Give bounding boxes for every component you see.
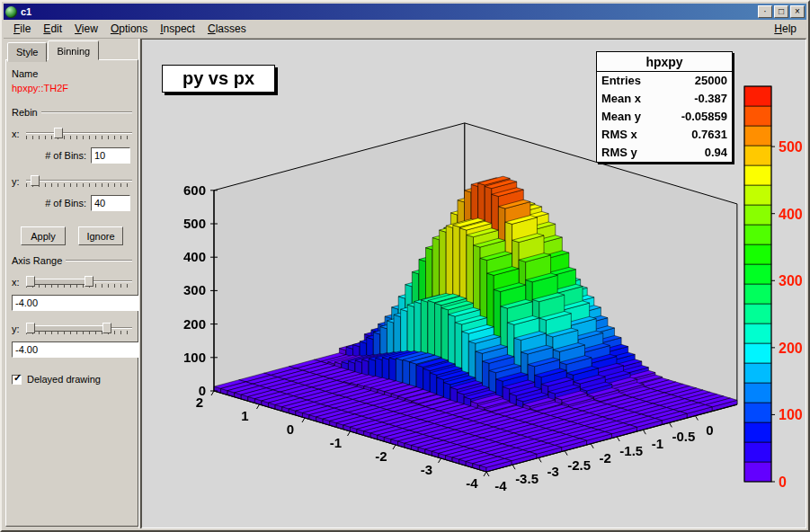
histogram-title: py vs px (182, 68, 254, 89)
stats-row: RMS y0.94 (597, 144, 732, 162)
y-bins-field[interactable] (91, 195, 130, 211)
slider-thumb[interactable] (54, 128, 63, 138)
menu-edit[interactable]: Edit (37, 21, 68, 37)
window-title: c1 (21, 6, 754, 17)
slider-track (26, 132, 132, 134)
stats-box: hpxpy Entries25000 Mean x-0.387 Mean y-0… (596, 51, 733, 163)
maximize-button[interactable]: □ (774, 5, 788, 18)
histogram-title-box: py vs px (162, 65, 275, 93)
delayed-drawing-checkbox[interactable]: ✓ (12, 375, 22, 385)
ignore-button[interactable]: Ignore (78, 226, 123, 245)
x-bins-label: # of Bins: (45, 150, 86, 161)
rebin-x-slider[interactable] (26, 126, 132, 142)
stats-row: RMS x0.7631 (597, 126, 732, 144)
slider-range[interactable] (26, 325, 104, 332)
menu-help[interactable]: Help (768, 21, 803, 37)
titlebar[interactable]: c1 · □ × (4, 4, 806, 20)
root-canvas-window: c1 · □ × File Edit View Options Inspect … (0, 0, 810, 532)
tab-style[interactable]: Style (7, 42, 47, 62)
range-x-slider[interactable] (26, 274, 132, 290)
y-min-field[interactable] (12, 341, 147, 358)
slider-track (26, 180, 132, 182)
iconify-button[interactable]: · (758, 5, 772, 18)
slider-ticks (26, 183, 132, 187)
slider-ticks (26, 136, 132, 139)
editor-tabs: Style Binning (5, 40, 138, 60)
range-y-label: y: (12, 324, 22, 334)
rebin-y-slider[interactable] (26, 173, 132, 190)
stats-row: Entries25000 (597, 72, 732, 90)
x-min-field[interactable] (12, 295, 147, 311)
check-icon: ✓ (13, 372, 22, 384)
object-name: hpxpy::TH2F (12, 83, 132, 93)
y-bins-label: # of Bins: (45, 198, 86, 208)
name-label: Name (12, 68, 132, 79)
close-button[interactable]: × (790, 5, 805, 18)
stats-title: hpxpy (597, 52, 732, 72)
rebin-x-label: x: (12, 129, 22, 139)
tab-binning[interactable]: Binning (48, 40, 99, 60)
range-y-slider[interactable] (26, 321, 132, 337)
menu-options[interactable]: Options (104, 21, 154, 37)
x-bins-field[interactable] (91, 147, 130, 164)
slider-range[interactable] (26, 279, 86, 285)
stats-row: Mean x-0.387 (597, 90, 732, 108)
rebin-y-label: y: (12, 176, 22, 187)
separator-line (41, 111, 132, 113)
slider-thumb-max[interactable] (102, 323, 111, 333)
window-icon[interactable] (5, 6, 17, 18)
menu-inspect[interactable]: Inspect (154, 21, 201, 37)
main-area: Style Binning Name hpxpy::TH2F Rebin x: (4, 39, 806, 528)
stats-row: Mean y-0.05859 (597, 108, 732, 126)
range-x-label: x: (12, 277, 22, 288)
titlebar-buttons: · □ × (758, 5, 805, 18)
apply-button[interactable]: Apply (21, 226, 66, 245)
menu-file[interactable]: File (7, 21, 37, 37)
slider-thumb-max[interactable] (85, 276, 93, 287)
histogram-editor-panel: Style Binning Name hpxpy::TH2F Rebin x: (4, 39, 138, 528)
delayed-drawing-label: Delayed drawing (27, 374, 101, 385)
menu-classes[interactable]: Classes (201, 21, 253, 37)
axis-range-group-title: Axis Range (12, 255, 132, 266)
binning-tab-body: Name hpxpy::TH2F Rebin x: # of Bins: (5, 59, 138, 527)
menubar: File Edit View Options Inspect Classes H… (4, 20, 806, 39)
menu-view[interactable]: View (68, 21, 104, 37)
rebin-group-title: Rebin (12, 107, 132, 118)
slider-thumb-min[interactable] (26, 276, 35, 287)
separator-line (66, 260, 132, 262)
root-canvas-pad[interactable]: py vs px hpxpy Entries25000 Mean x-0.387… (141, 39, 806, 528)
slider-thumb[interactable] (31, 175, 40, 186)
slider-thumb-min[interactable] (26, 323, 35, 333)
